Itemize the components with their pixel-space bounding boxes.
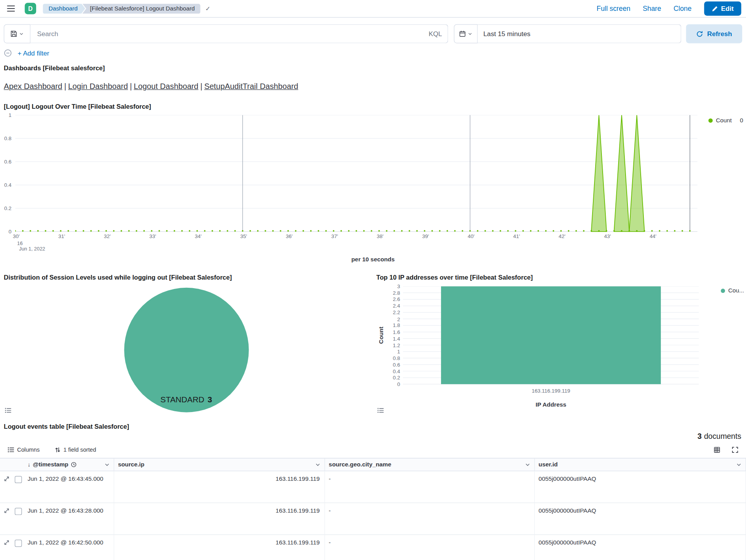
- clone-button[interactable]: Clone: [673, 5, 691, 12]
- chart-legend[interactable]: Cou...: [721, 287, 744, 294]
- cell-source.ip[interactable]: 163.116.199.119: [114, 535, 325, 560]
- chevron-down-icon[interactable]: [315, 462, 321, 468]
- chart-legend[interactable]: Count 0: [708, 117, 743, 123]
- fullscreen-table-button[interactable]: [730, 445, 740, 455]
- chevron-down-icon: [19, 31, 24, 36]
- chevron-down-icon[interactable]: [525, 462, 531, 468]
- dashboard-link-login-dashboard[interactable]: Login Dashboard: [68, 82, 128, 90]
- slice-name: STANDARD: [160, 395, 204, 404]
- save-icon: [10, 30, 17, 37]
- refresh-button[interactable]: Refresh: [686, 24, 742, 43]
- column-header-source.ip[interactable]: source.ip: [114, 458, 325, 471]
- datagrid-toolbar: Columns 1 field sorted: [0, 441, 746, 458]
- sort-desc-icon: ↓: [28, 461, 30, 468]
- legend-toggle-button[interactable]: [376, 407, 385, 416]
- full-screen-button[interactable]: Full screen: [597, 5, 631, 12]
- y-tick-label: 0.2: [1, 205, 11, 211]
- chevron-down-icon[interactable]: [736, 462, 742, 468]
- y-tick-label: 1: [379, 349, 400, 355]
- cell-source.ip[interactable]: 163.116.199.119: [114, 503, 325, 535]
- time-range-button[interactable]: Last 15 minutes: [478, 24, 681, 43]
- y-tick-label: 0.4: [379, 368, 400, 374]
- list-icon: [8, 447, 14, 453]
- date-picker-menu-button[interactable]: [454, 24, 478, 43]
- share-button[interactable]: Share: [643, 5, 661, 12]
- sort-fields-button[interactable]: 1 field sorted: [52, 446, 99, 454]
- pie-chart[interactable]: STANDARD3: [124, 288, 249, 412]
- row-checkbox[interactable]: [13, 471, 24, 503]
- breadcrumb-dashboard[interactable]: Dashboard: [43, 3, 85, 14]
- x-axis-labels: 30'31'32'33'34'35'36'37'38'39'40'41'42'4…: [0, 233, 746, 240]
- y-tick-label: 1.6: [379, 329, 400, 335]
- columns-button[interactable]: Columns: [5, 446, 42, 454]
- markdown-panel: Dashboards [Filebeat salesforce] Apex Da…: [0, 58, 746, 90]
- kql-toggle[interactable]: KQL: [429, 30, 442, 38]
- panel-title: Distribution of Session Levels used whil…: [0, 274, 373, 281]
- legend-color-dot: [721, 289, 725, 293]
- column-label: source.geo.city_name: [329, 461, 391, 468]
- y-tick-label: 0.2: [379, 375, 400, 381]
- clock-icon: [71, 462, 77, 468]
- link-separator: |: [64, 82, 66, 90]
- y-tick-label: 0.4: [1, 182, 11, 188]
- saved-query-menu-button[interactable]: [4, 24, 31, 43]
- cell-source.ip[interactable]: 163.116.199.119: [114, 471, 325, 503]
- display-options-button[interactable]: [712, 445, 722, 455]
- bar-163.116.199.119[interactable]: [441, 286, 661, 384]
- refresh-icon: [696, 30, 703, 37]
- top-menu-actions: Full screen Share Clone Edit: [597, 2, 741, 16]
- x-tick-label: 42': [559, 233, 566, 239]
- chevron-down-icon[interactable]: [104, 462, 110, 468]
- column-header-source.geo.city_name[interactable]: source.geo.city_name: [325, 458, 535, 471]
- area-chart: 00.20.40.60.81 30'31'32'33'34'35'36'37'3…: [0, 114, 746, 265]
- cell-user.id[interactable]: 0055j000000utIPAAQ: [535, 503, 746, 535]
- row-checkbox[interactable]: [13, 535, 24, 560]
- y-tick-label: 0: [379, 381, 400, 387]
- cell-user.id[interactable]: 0055j000000utIPAAQ: [535, 535, 746, 560]
- dashboard-link-logout-dashboard[interactable]: Logout Dashboard: [134, 82, 198, 90]
- y-tick-label: 2.4: [379, 303, 400, 309]
- expand-row-button[interactable]: [0, 471, 13, 503]
- y-axis-labels: 00.20.40.60.81: [1, 115, 11, 231]
- dashboard-link-apex-dashboard[interactable]: Apex Dashboard: [4, 82, 63, 90]
- dashboard-link-setupaudittrail-dashboard[interactable]: SetupAuditTrail Dashboard: [204, 82, 298, 90]
- fullscreen-icon: [732, 447, 738, 453]
- column-header-@timestamp[interactable]: ↓@timestamp: [24, 458, 114, 471]
- cell-source.geo.city_name[interactable]: -: [325, 535, 535, 560]
- breadcrumb-current-page: [Filebeat Salesforce] Logout Dashboard: [82, 3, 200, 14]
- cell-user.id[interactable]: 0055j000000utIPAAQ: [535, 471, 746, 503]
- cell-@timestamp[interactable]: Jun 1, 2022 @ 16:42:50.000: [24, 535, 114, 560]
- row-checkbox[interactable]: [13, 503, 24, 535]
- logout-over-time-panel: [Logout] Logout Over Time [Filebeat Sale…: [0, 103, 746, 266]
- bar-chart-plot[interactable]: [403, 286, 699, 384]
- hamburger-icon: [7, 5, 15, 12]
- x-tick-label: 163.116.199.119: [403, 388, 699, 394]
- y-tick-label: 1.2: [379, 342, 400, 348]
- legend-series-value: 0: [740, 117, 743, 123]
- expand-row-button[interactable]: [0, 503, 13, 535]
- cell-@timestamp[interactable]: Jun 1, 2022 @ 16:43:28.000: [24, 503, 114, 535]
- cell-@timestamp[interactable]: Jun 1, 2022 @ 16:43:45.000: [24, 471, 114, 503]
- dashboard-links: Apex Dashboard|Login Dashboard|Logout Da…: [4, 82, 742, 91]
- expand-row-icon: [3, 540, 9, 546]
- x-tick-label: 32': [104, 233, 111, 239]
- checkbox: [15, 476, 22, 483]
- y-tick-label: 2.8: [379, 290, 400, 296]
- column-header-user.id[interactable]: user.id: [535, 458, 746, 471]
- pie-slice-label: STANDARD3: [124, 395, 249, 405]
- middle-panels-row: Distribution of Session Levels used whil…: [0, 274, 746, 416]
- cell-source.geo.city_name[interactable]: -: [325, 503, 535, 535]
- space-avatar[interactable]: D: [25, 3, 36, 14]
- add-filter-button[interactable]: + Add filter: [17, 49, 49, 57]
- expand-row-button[interactable]: [0, 535, 13, 560]
- x-tick-label: 39': [422, 233, 429, 239]
- search-input[interactable]: [36, 30, 425, 38]
- x-tick-label: 33': [149, 233, 156, 239]
- refresh-button-label: Refresh: [707, 30, 732, 38]
- cell-source.geo.city_name[interactable]: -: [325, 471, 535, 503]
- edit-button[interactable]: Edit: [704, 2, 741, 16]
- menu-button[interactable]: [5, 3, 17, 14]
- legend-toggle-button[interactable]: [4, 407, 12, 416]
- filter-options-icon[interactable]: [4, 49, 12, 57]
- legend-color-dot: [708, 118, 713, 122]
